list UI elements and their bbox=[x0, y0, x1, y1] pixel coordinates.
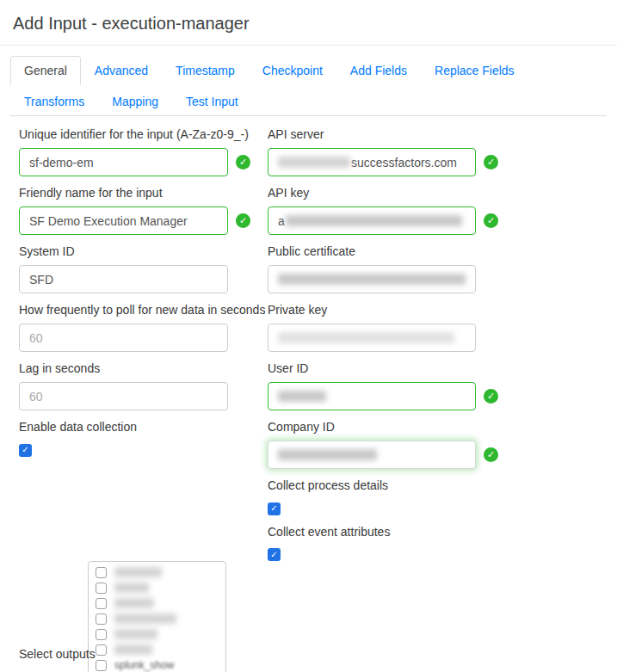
field-label: Unique identifier for the input (A-Za-z0… bbox=[19, 127, 268, 142]
output-checkbox[interactable] bbox=[96, 583, 107, 594]
valid-check-icon bbox=[236, 155, 250, 170]
api-key-input[interactable]: a bbox=[268, 207, 476, 235]
field-label: User ID bbox=[268, 361, 603, 376]
form-body: Unique identifier for the input (A-Za-z0… bbox=[0, 116, 617, 672]
field-system-id: System ID bbox=[19, 244, 268, 293]
field-private-key: Private key bbox=[268, 303, 603, 352]
private-key-input[interactable] bbox=[268, 324, 476, 352]
public-certificate-input[interactable] bbox=[268, 265, 476, 293]
field-label: System ID bbox=[19, 244, 268, 259]
field-api-key: API key a bbox=[268, 186, 603, 235]
field-label: API server bbox=[268, 127, 603, 142]
redacted-text bbox=[278, 157, 350, 168]
output-checkbox[interactable] bbox=[96, 629, 107, 640]
form-column-right: API server successfactors.com API key a bbox=[268, 127, 603, 672]
tab-test-input[interactable]: Test Input bbox=[172, 87, 252, 116]
tab-general[interactable]: General bbox=[10, 56, 81, 85]
dialog-header: Add Input - execution-manager bbox=[0, 0, 617, 46]
redacted-option-label bbox=[114, 567, 162, 577]
field-enable-data-collection: Enable data collection bbox=[19, 420, 268, 457]
valid-check-icon bbox=[484, 213, 498, 228]
field-lag-seconds: Lag in seconds bbox=[19, 361, 268, 410]
valid-check-icon bbox=[236, 213, 250, 228]
output-checkbox[interactable] bbox=[96, 644, 107, 656]
field-label: Friendly name for the input bbox=[19, 186, 268, 200]
field-label: Enable data collection bbox=[19, 420, 268, 435]
form-column-left: Unique identifier for the input (A-Za-z0… bbox=[19, 127, 268, 672]
field-label: Collect event attributes bbox=[268, 525, 603, 539]
field-label: Select outputs bbox=[19, 647, 96, 662]
field-public-certificate: Public certificate bbox=[268, 244, 603, 293]
api-server-input[interactable]: successfactors.com bbox=[268, 148, 476, 176]
tab-replace-fields[interactable]: Replace Fields bbox=[421, 56, 528, 85]
redacted-text bbox=[286, 215, 462, 226]
redacted-text bbox=[278, 332, 454, 343]
output-checkbox[interactable] bbox=[96, 598, 107, 609]
field-collect-event-attributes: Collect event attributes bbox=[268, 525, 603, 562]
output-checkbox[interactable] bbox=[96, 660, 107, 671]
output-option-label: splunk_show bbox=[114, 659, 174, 671]
redacted-option-label bbox=[114, 598, 154, 608]
field-unique-identifier: Unique identifier for the input (A-Za-z0… bbox=[19, 127, 268, 176]
field-friendly-name: Friendly name for the input bbox=[19, 186, 268, 235]
output-option[interactable] bbox=[96, 613, 219, 625]
output-option[interactable] bbox=[96, 644, 219, 656]
field-label: Private key bbox=[268, 303, 603, 318]
field-company-id: Company ID bbox=[268, 420, 603, 469]
redacted-option-label bbox=[114, 613, 176, 624]
valid-check-icon bbox=[484, 155, 498, 170]
field-select-outputs: Select outputs bbox=[19, 561, 268, 672]
tab-timestamp[interactable]: Timestamp bbox=[162, 56, 249, 85]
tab-mapping[interactable]: Mapping bbox=[98, 87, 172, 116]
unique-identifier-input[interactable] bbox=[19, 148, 228, 176]
redacted-option-label bbox=[114, 583, 149, 593]
field-label: Collect process details bbox=[268, 478, 603, 493]
system-id-input[interactable] bbox=[19, 265, 228, 293]
field-api-server: API server successfactors.com bbox=[268, 127, 603, 176]
output-option[interactable] bbox=[96, 567, 219, 578]
field-user-id: User ID bbox=[268, 361, 603, 410]
tab-advanced[interactable]: Advanced bbox=[81, 56, 162, 85]
lag-seconds-input[interactable] bbox=[19, 382, 228, 410]
tab-checkpoint[interactable]: Checkpoint bbox=[249, 56, 336, 85]
field-collect-process-details: Collect process details bbox=[268, 478, 603, 515]
field-label: Public certificate bbox=[268, 244, 603, 259]
page-title: Add Input - execution-manager bbox=[13, 14, 604, 34]
valid-check-icon bbox=[484, 389, 498, 404]
enable-data-collection-checkbox[interactable] bbox=[19, 444, 32, 457]
collect-process-details-checkbox[interactable] bbox=[268, 502, 281, 515]
field-label: Lag in seconds bbox=[19, 361, 268, 376]
company-id-input[interactable] bbox=[268, 441, 476, 469]
redacted-option-label bbox=[114, 644, 152, 655]
redacted-text bbox=[278, 449, 377, 460]
output-option[interactable] bbox=[96, 598, 219, 609]
field-poll-frequency: How frequently to poll for new data in s… bbox=[19, 303, 268, 352]
outputs-listbox[interactable]: splunk_show bbox=[88, 561, 226, 672]
redacted-option-label bbox=[114, 629, 157, 639]
tab-add-fields[interactable]: Add Fields bbox=[336, 56, 421, 85]
output-option[interactable] bbox=[96, 629, 219, 640]
poll-frequency-input[interactable] bbox=[19, 324, 228, 352]
valid-check-icon bbox=[484, 447, 498, 462]
field-label: API key bbox=[268, 186, 603, 200]
field-label: How frequently to poll for new data in s… bbox=[19, 303, 268, 318]
collect-event-attributes-checkbox[interactable] bbox=[268, 548, 281, 561]
output-checkbox[interactable] bbox=[96, 567, 107, 578]
add-input-dialog: Add Input - execution-manager General Ad… bbox=[0, 0, 617, 672]
output-checkbox[interactable] bbox=[96, 613, 107, 625]
tab-transforms[interactable]: Transforms bbox=[10, 87, 98, 116]
friendly-name-input[interactable] bbox=[19, 207, 228, 235]
output-option[interactable] bbox=[96, 583, 219, 594]
redacted-text bbox=[278, 274, 466, 285]
user-id-input[interactable] bbox=[268, 382, 476, 410]
tab-bar: General Advanced Timestamp Checkpoint Ad… bbox=[10, 56, 607, 116]
field-label: Company ID bbox=[268, 420, 603, 435]
redacted-text bbox=[278, 391, 326, 402]
output-option[interactable]: splunk_show bbox=[96, 660, 219, 671]
